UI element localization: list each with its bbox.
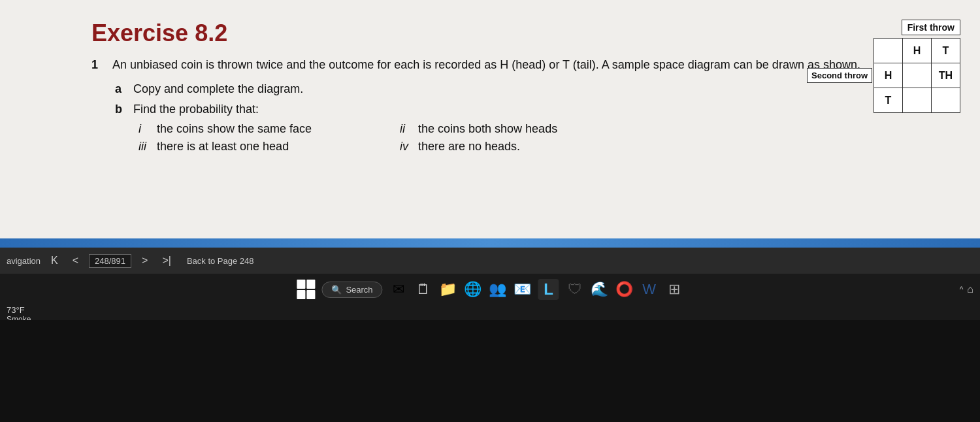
sub-items-list: i the coins show the same face ii the co… <box>139 122 941 154</box>
folder-icon-symbol: 📁 <box>439 281 457 298</box>
edge-icon[interactable]: 🌊 <box>591 280 609 299</box>
second-throw-label: Second throw <box>807 68 872 83</box>
sub-item-iii: iii there is at least one head <box>139 140 361 154</box>
table-row-h: H TH <box>874 63 960 88</box>
table-header-h: H <box>903 39 932 63</box>
windows-start-button[interactable] <box>297 280 315 299</box>
sub-item-ii: ii the coins both show heads <box>400 122 622 136</box>
edge-icon-symbol: 🌊 <box>591 281 608 298</box>
sub-item-i: i the coins show the same face <box>139 122 361 136</box>
red-circle-icon[interactable]: ⭕ <box>615 280 634 299</box>
sub-b-text: Find the probability that: <box>133 101 259 118</box>
wifi-icon[interactable]: ⌂ <box>967 284 973 295</box>
mail-icon-symbol: ✉ <box>393 281 404 298</box>
sub-item-ii-text: the coins both show heads <box>418 122 557 136</box>
teams-icon[interactable]: 👥 <box>489 280 507 299</box>
page-number: 248/891 <box>89 254 131 268</box>
red-circle-symbol: ⭕ <box>615 281 633 298</box>
note-icon-symbol: 🗒 <box>416 281 431 298</box>
table-header-t: T <box>932 39 960 63</box>
sub-item-ii-label: ii <box>400 122 412 136</box>
sub-item-iv-text: there are no heads. <box>418 140 520 154</box>
note-icon[interactable]: 🗒 <box>414 280 433 299</box>
taskbar: 🔍 Search ✉ 🗒 📁 🌐 👥 📧 L 🛡 🌊 <box>0 274 980 305</box>
blue-separator-bar <box>0 238 980 248</box>
back-to-page-link[interactable]: Back to Page 248 <box>187 256 254 266</box>
weather-temperature: 73°F <box>7 305 31 315</box>
sub-item-row-2: iii there is at least one head iv there … <box>139 140 941 154</box>
sub-item-i-text: the coins show the same face <box>157 122 312 136</box>
nav-bar: avigation K < 248/891 > >| Back to Page … <box>0 248 980 274</box>
first-throw-label: First throw <box>902 20 960 35</box>
sub-item-iii-label: iii <box>139 140 150 154</box>
taskbar-center: 🔍 Search ✉ 🗒 📁 🌐 👥 📧 L 🛡 🌊 <box>297 279 683 300</box>
taskbar-right: ^ ⌂ <box>960 284 973 295</box>
chromatic-icon[interactable]: 🌐 <box>464 280 482 299</box>
word-icon-symbol: W <box>642 281 656 298</box>
sub-item-row-1: i the coins show the same face ii the co… <box>139 122 941 136</box>
app-grid-icon[interactable]: ⊞ <box>665 280 683 299</box>
table-cell-tt <box>932 88 960 113</box>
word-icon[interactable]: W <box>640 280 659 299</box>
mail-icon[interactable]: ✉ <box>389 280 408 299</box>
shield-icon[interactable]: 🛡 <box>566 280 584 299</box>
system-tray-expand[interactable]: ^ <box>960 285 964 294</box>
diagram-container: First throw Second throw H T H TH T <box>807 20 960 113</box>
table-row-label-h: H <box>874 63 903 88</box>
nav-btn-prev[interactable]: < <box>69 253 82 268</box>
sample-table: H T H TH T <box>874 38 960 113</box>
table-wrapper: Second throw H T H TH T <box>807 38 960 113</box>
table-header-row: H T <box>874 39 960 63</box>
table-row-label-t: T <box>874 88 903 113</box>
sub-item-iv: iv there are no heads. <box>400 140 622 154</box>
search-label: Search <box>346 285 372 295</box>
search-box[interactable]: 🔍 Search <box>321 282 382 298</box>
nav-btn-k[interactable]: K <box>47 253 62 268</box>
sub-a-label: a <box>115 80 125 98</box>
windows-icon <box>297 280 315 299</box>
nav-btn-next-end[interactable]: >| <box>158 253 175 268</box>
question-number: 1 <box>91 56 105 74</box>
sub-item-iii-text: there is at least one head <box>157 140 289 154</box>
table-corner-cell <box>874 39 903 63</box>
sub-a-text: Copy and complete the diagram. <box>133 80 303 98</box>
bottom-dark-area <box>0 320 980 422</box>
teams-icon-symbol: 👥 <box>489 281 506 298</box>
outlook-icon[interactable]: 📧 <box>514 280 532 299</box>
chromatic-icon-symbol: 🌐 <box>464 281 482 298</box>
sub-item-i-label: i <box>139 122 150 136</box>
sub-b-label: b <box>115 101 125 118</box>
table-cell-th <box>903 88 932 113</box>
table-cell-ht: TH <box>932 63 960 88</box>
l-icon-symbol: L <box>544 280 553 299</box>
shield-icon-symbol: 🛡 <box>568 281 582 298</box>
table-cell-hh <box>903 63 932 88</box>
outlook-icon-symbol: 📧 <box>514 281 531 298</box>
sub-item-iv-label: iv <box>400 140 412 154</box>
nav-text-label: avigation <box>7 256 41 266</box>
table-row-t: T <box>874 88 960 113</box>
nav-btn-next[interactable]: > <box>138 253 152 268</box>
l-icon[interactable]: L <box>538 279 559 300</box>
folder-icon[interactable]: 📁 <box>439 280 457 299</box>
question-text: An unbiased coin is thrown twice and the… <box>112 56 860 74</box>
app-grid-symbol: ⊞ <box>668 281 680 298</box>
search-icon: 🔍 <box>331 285 342 295</box>
